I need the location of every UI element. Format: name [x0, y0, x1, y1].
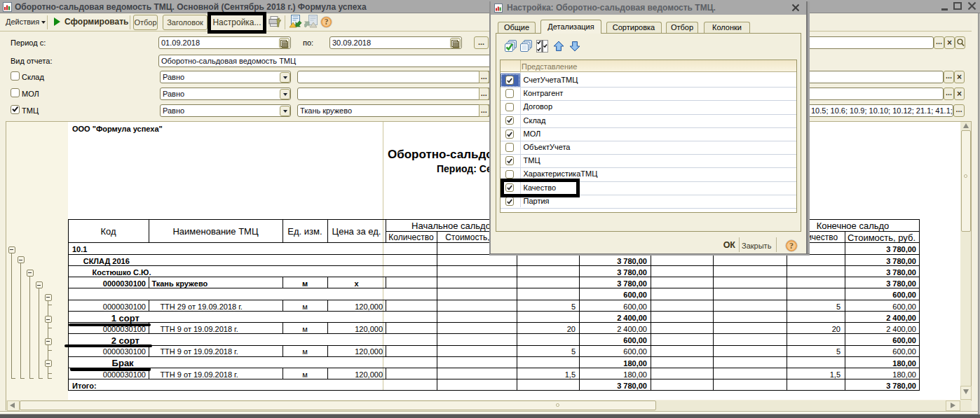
svg-text:?: ? [325, 18, 329, 26]
svg-text:?: ? [789, 241, 794, 251]
